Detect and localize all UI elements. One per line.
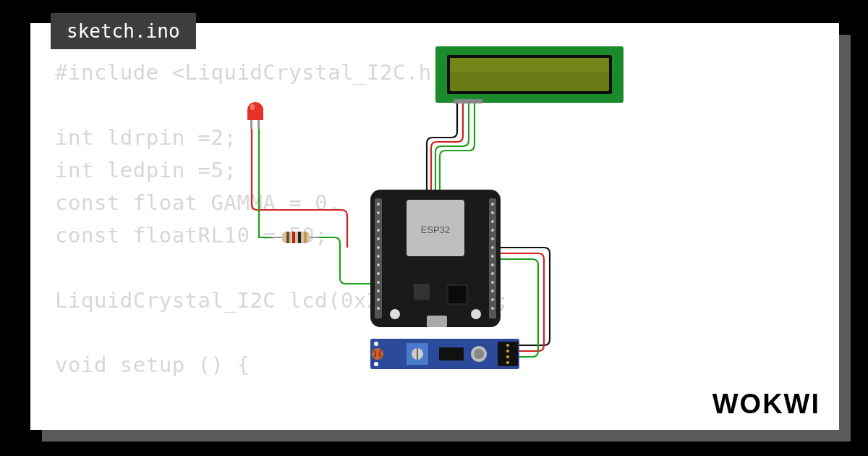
wokwi-logo: WOKWI (712, 389, 820, 420)
code-backdrop: #include <LiquidCrystal_I2C.h int ldrpin… (55, 56, 510, 381)
editor-card: #include <LiquidCrystal_I2C.h int ldrpin… (30, 23, 839, 430)
file-tab[interactable]: sketch.ino (51, 13, 196, 49)
file-tab-label: sketch.ino (67, 20, 180, 42)
